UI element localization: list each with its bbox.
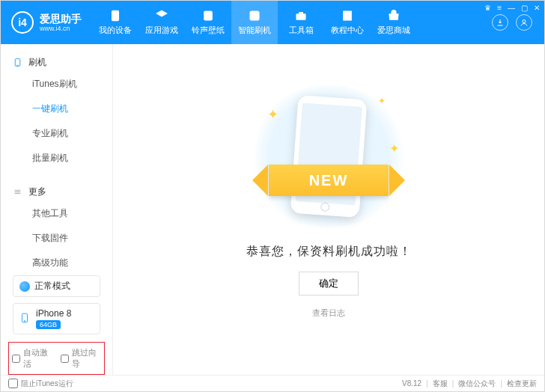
logo: i4 爱思助手 www.i4.cn: [1, 1, 92, 44]
device-icon: [19, 311, 30, 327]
device-badge: 64GB: [36, 320, 61, 329]
sidebar: 刷机 iTunes刷机一键刷机专业刷机批量刷机 更多 其他工具下载固件高级功能 …: [1, 44, 113, 375]
new-ribbon: NEW: [269, 165, 389, 196]
tab-label: 应用游戏: [145, 25, 178, 36]
version-label: V8.12: [402, 379, 421, 388]
sidebar-item[interactable]: 一键刷机: [1, 97, 112, 121]
refresh-icon: [19, 281, 30, 292]
svg-rect-6: [344, 11, 352, 20]
tab-store[interactable]: 爱思商城: [371, 1, 417, 44]
user-icon[interactable]: [516, 14, 532, 31]
menu-icon[interactable]: ≡: [497, 4, 502, 12]
sidebar-item[interactable]: 专业刷机: [1, 121, 112, 146]
star-icon: ✦: [389, 141, 399, 156]
ok-button[interactable]: 确定: [299, 272, 359, 295]
music-icon: [201, 9, 215, 22]
app-title: 爱思助手: [40, 13, 82, 25]
svg-point-9: [523, 20, 526, 23]
tab-apps[interactable]: 应用游戏: [138, 1, 185, 44]
tab-docs[interactable]: 教程中心: [324, 1, 371, 44]
close-icon[interactable]: ✕: [534, 4, 540, 12]
service-link[interactable]: 客服: [433, 379, 448, 389]
more-icon: [13, 187, 22, 197]
main-panel: NEW ✦ ✦ ✦ 恭喜您，保资料刷机成功啦！ 确定 查看日志: [113, 44, 544, 375]
sidebar-item[interactable]: iTunes刷机: [1, 72, 112, 97]
skip-guide-label: 跳过向导: [72, 347, 102, 370]
sidebar-item[interactable]: 高级功能: [1, 251, 112, 275]
status-bar: 阻止iTunes运行 V8.12 | 客服 | 微信公众号 | 检查更新: [1, 375, 544, 391]
block-itunes-checkbox[interactable]: 阻止iTunes运行: [8, 379, 73, 389]
success-illustration: NEW ✦ ✦ ✦: [246, 85, 411, 227]
device-icon: [109, 9, 122, 22]
logo-icon: i4: [11, 11, 34, 34]
tab-device[interactable]: 我的设备: [92, 1, 138, 44]
wechat-link[interactable]: 微信公众号: [458, 379, 496, 389]
app-header: i4 爱思助手 www.i4.cn 我的设备应用游戏铃声壁纸智能刷机工具箱教程中…: [1, 1, 544, 44]
download-icon[interactable]: [492, 14, 508, 31]
skip-guide-checkbox[interactable]: 跳过向导: [61, 347, 102, 370]
view-log-link[interactable]: 查看日志: [312, 307, 345, 319]
sidebar-group-more-label: 更多: [28, 186, 46, 198]
app-subtitle: www.i4.cn: [40, 25, 82, 32]
sidebar-item[interactable]: 下载固件: [1, 226, 112, 251]
device-name: iPhone 8: [36, 308, 71, 319]
success-message: 恭喜您，保资料刷机成功啦！: [246, 244, 412, 260]
docs-icon: [341, 9, 354, 22]
tab-label: 我的设备: [99, 25, 132, 36]
tab-label: 工具箱: [289, 25, 314, 36]
block-itunes-label: 阻止iTunes运行: [21, 379, 73, 389]
sidebar-group-more: 更多: [1, 183, 112, 201]
update-link[interactable]: 检查更新: [507, 379, 537, 389]
flash-icon: [248, 9, 261, 22]
apps-icon: [155, 9, 168, 22]
svg-rect-5: [296, 14, 305, 20]
tab-label: 爱思商城: [377, 25, 410, 36]
auto-activate-checkbox[interactable]: 自动激活: [12, 347, 53, 370]
sidebar-group-flash: 刷机: [1, 53, 112, 72]
sidebar-item[interactable]: 批量刷机: [1, 146, 112, 171]
toolbox-icon: [294, 9, 308, 22]
device-indicator[interactable]: iPhone 8 64GB: [13, 303, 100, 334]
sidebar-group-flash-label: 刷机: [28, 56, 46, 69]
star-icon: ✦: [267, 106, 278, 123]
tab-label: 教程中心: [331, 25, 364, 36]
header-actions: [486, 14, 544, 31]
svg-rect-15: [22, 313, 28, 322]
options-highlight: 自动激活 跳过向导: [8, 342, 105, 375]
tab-music[interactable]: 铃声壁纸: [185, 1, 231, 44]
minimize-icon[interactable]: —: [508, 4, 515, 12]
tab-toolbox[interactable]: 工具箱: [278, 1, 324, 44]
svg-point-16: [24, 320, 25, 321]
auto-activate-label: 自动激活: [23, 347, 53, 370]
shield-icon[interactable]: ♛: [484, 4, 491, 12]
window-controls: ♛ ≡ — ▢ ✕: [484, 4, 540, 12]
mode-label: 正常模式: [34, 280, 70, 293]
top-tabs: 我的设备应用游戏铃声壁纸智能刷机工具箱教程中心爱思商城: [92, 1, 486, 44]
sidebar-item[interactable]: 其他工具: [1, 201, 112, 226]
store-icon: [387, 9, 401, 22]
tab-label: 铃声壁纸: [192, 25, 225, 36]
maximize-icon[interactable]: ▢: [521, 4, 528, 12]
star-icon: ✦: [378, 96, 386, 106]
phone-icon: [13, 58, 22, 67]
tab-label: 智能刷机: [238, 25, 271, 36]
tab-flash[interactable]: 智能刷机: [231, 1, 278, 44]
mode-indicator[interactable]: 正常模式: [13, 275, 100, 297]
